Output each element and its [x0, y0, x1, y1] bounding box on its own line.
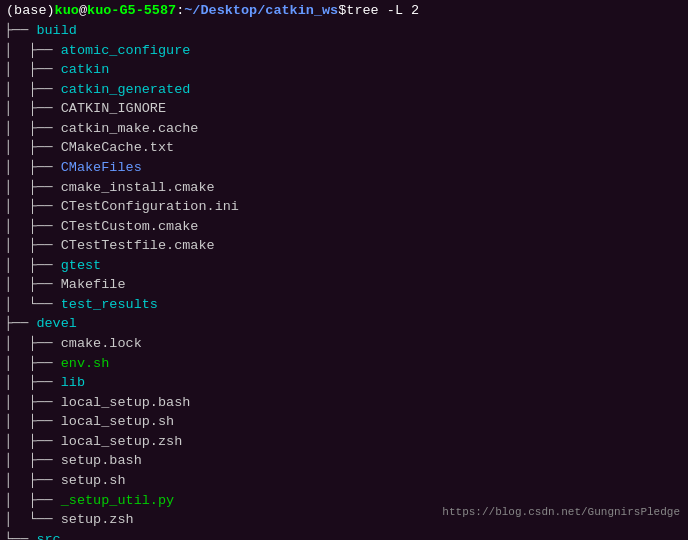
list-item: │ ├── CTestCustom.cmake [4, 217, 684, 237]
list-item: │ ├── atomic_configure [4, 41, 684, 61]
prompt-dollar: $ [338, 3, 346, 18]
list-item: │ ├── CMakeFiles [4, 158, 684, 178]
prompt-path: ~/Desktop/catkin_ws [184, 3, 338, 18]
list-item: │ ├── setup.bash [4, 451, 684, 471]
list-item: │ ├── CMakeCache.txt [4, 138, 684, 158]
list-item: │ └── test_results [4, 295, 684, 315]
list-item: │ ├── local_setup.sh [4, 412, 684, 432]
list-item: │ ├── Makefile [4, 275, 684, 295]
list-item: ├── build [4, 21, 684, 41]
list-item: │ ├── local_setup.zsh [4, 432, 684, 452]
prompt-base-label: (base) [6, 3, 55, 18]
list-item: │ ├── setup.sh [4, 471, 684, 491]
list-item: │ ├── env.sh [4, 354, 684, 374]
list-item: │ ├── local_setup.bash [4, 393, 684, 413]
list-item: │ ├── lib [4, 373, 684, 393]
list-item: │ ├── catkin [4, 60, 684, 80]
list-item: │ ├── cmake.lock [4, 334, 684, 354]
watermark: https://blog.csdn.net/GungnirsPledge [442, 506, 680, 518]
prompt-host: kuo-G5-5587 [87, 3, 176, 18]
title-bar: (base) kuo@kuo-G5-5587:~/Desktop/catkin_… [4, 2, 684, 21]
prompt-at: @ [79, 3, 87, 18]
list-item: │ ├── CTestConfiguration.ini [4, 197, 684, 217]
list-item: │ ├── gtest [4, 256, 684, 276]
list-item: │ ├── catkin_make.cache [4, 119, 684, 139]
list-item: │ ├── CTestTestfile.cmake [4, 236, 684, 256]
list-item: │ ├── CATKIN_IGNORE [4, 99, 684, 119]
prompt-colon: : [176, 3, 184, 18]
prompt-command: tree -L 2 [346, 3, 419, 18]
terminal: (base) kuo@kuo-G5-5587:~/Desktop/catkin_… [0, 0, 688, 540]
list-item: └── src [4, 530, 684, 540]
list-item: │ ├── cmake_install.cmake [4, 178, 684, 198]
list-item: ├── devel [4, 314, 684, 334]
tree-output: ├── build│ ├── atomic_configure│ ├── cat… [4, 21, 684, 540]
list-item: │ ├── catkin_generated [4, 80, 684, 100]
prompt-user: kuo [55, 3, 79, 18]
